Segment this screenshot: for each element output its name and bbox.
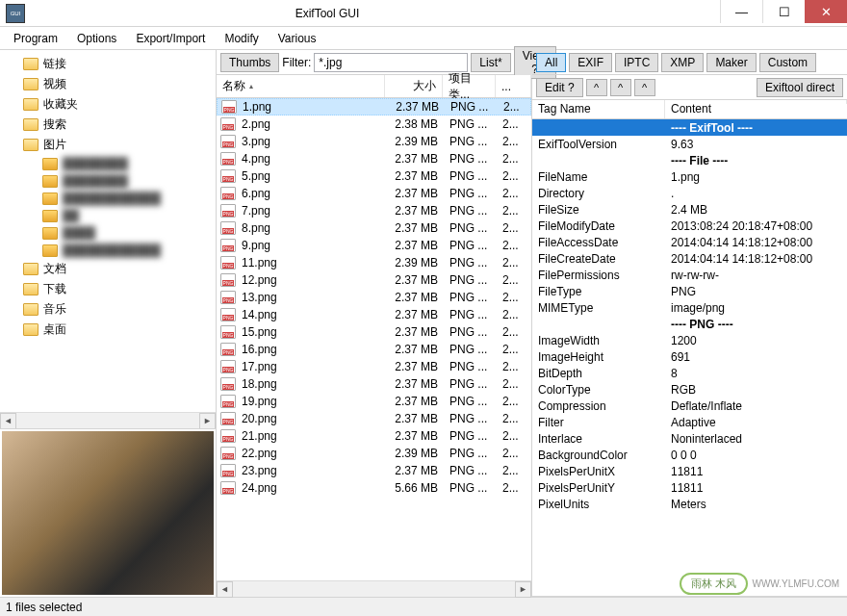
col-header-content[interactable]: Content <box>665 100 847 104</box>
metadata-row[interactable]: FileAccessDate 2014:04:14 14:18:12+08:00 <box>532 234 847 250</box>
file-row[interactable]: 16.png 2.37 MB PNG ... 2... <box>217 341 531 358</box>
list-button[interactable]: List* <box>471 53 510 72</box>
menu-program[interactable]: Program <box>4 29 67 48</box>
metadata-row[interactable]: ---- ExifTool ---- <box>532 119 847 136</box>
col-header-date[interactable]: ... <box>496 75 531 97</box>
tree-node[interactable]: ████████ <box>0 172 216 190</box>
minimize-button[interactable]: — <box>720 0 762 23</box>
file-row[interactable]: 8.png 2.37 MB PNG ... 2... <box>217 219 531 237</box>
tree-node[interactable]: 桌面 <box>0 320 216 340</box>
metadata-row[interactable]: FileSize 2.4 MB <box>532 201 847 218</box>
scroll-right-icon[interactable]: ► <box>199 413 216 429</box>
maximize-button[interactable]: ☐ <box>762 0 805 23</box>
metadata-row[interactable]: Filter Adaptive <box>532 414 847 430</box>
nav-up3-button[interactable]: ^ <box>634 79 655 96</box>
folder-tree[interactable]: 链接视频收藏夹搜索图片█████████████████████████████… <box>0 50 216 412</box>
file-row[interactable]: 17.png 2.37 MB PNG ... 2... <box>217 358 531 375</box>
tree-node[interactable]: 图片 <box>0 135 216 155</box>
metadata-row[interactable]: Interlace Noninterlaced <box>532 430 847 447</box>
metadata-list[interactable]: ---- ExifTool ----ExifToolVersion 9.63 -… <box>532 119 847 597</box>
tree-node[interactable]: 文档 <box>0 259 216 279</box>
nav-up2-button[interactable]: ^ <box>610 79 631 96</box>
menu-options[interactable]: Options <box>67 29 126 48</box>
file-row[interactable]: 21.png 2.37 MB PNG ... 2... <box>217 427 531 445</box>
file-row[interactable]: 11.png 2.39 MB PNG ... 2... <box>217 254 531 271</box>
metadata-row[interactable]: FileType PNG <box>532 283 847 299</box>
file-row[interactable]: 14.png 2.37 MB PNG ... 2... <box>217 306 531 323</box>
metadata-row[interactable]: BackgroundColor 0 0 0 <box>532 447 847 463</box>
metadata-row[interactable]: PixelsPerUnitX 11811 <box>532 463 847 479</box>
file-list[interactable]: 1.png 2.37 MB PNG ... 2... 2.png 2.38 MB… <box>217 98 531 580</box>
scroll-right-icon[interactable]: ► <box>515 581 531 598</box>
col-header-type[interactable]: 项目类... <box>443 75 496 97</box>
file-row[interactable]: 3.png 2.39 MB PNG ... 2... <box>217 133 531 150</box>
meta-tab-maker[interactable]: Maker <box>706 53 756 72</box>
metadata-row[interactable]: MIMEType image/png <box>532 299 847 316</box>
nav-up-button[interactable]: ^ <box>586 79 607 96</box>
file-row[interactable]: 23.png 2.37 MB PNG ... 2... <box>217 462 531 479</box>
metadata-row[interactable]: ImageHeight 691 <box>532 348 847 365</box>
metadata-row[interactable]: ---- File ---- <box>532 152 847 168</box>
file-row[interactable]: 1.png 2.37 MB PNG ... 2... <box>217 98 531 116</box>
menu-modify[interactable]: Modify <box>215 29 268 48</box>
file-row[interactable]: 20.png 2.37 MB PNG ... 2... <box>217 410 531 427</box>
menu-export-import[interactable]: Export/Import <box>126 29 215 48</box>
metadata-row[interactable]: Compression Deflate/Inflate <box>532 398 847 414</box>
tree-hscroll[interactable]: ◄ ► <box>0 412 216 428</box>
metadata-row[interactable]: ImageWidth 1200 <box>532 332 847 348</box>
tree-node[interactable]: 收藏夹 <box>0 94 216 115</box>
metadata-row[interactable]: FileCreateDate 2014:04:14 14:18:12+08:00 <box>532 250 847 267</box>
col-header-name[interactable]: 名称▴ <box>217 75 385 97</box>
metadata-row[interactable]: FileName 1.png <box>532 168 847 185</box>
metadata-row[interactable]: ColorType RGB <box>532 381 847 398</box>
folder-icon <box>23 263 38 275</box>
file-row[interactable]: 13.png 2.37 MB PNG ... 2... <box>217 289 531 306</box>
file-row[interactable]: 5.png 2.37 MB PNG ... 2... <box>217 167 531 185</box>
tree-node[interactable]: 音乐 <box>0 299 216 320</box>
metadata-row[interactable]: FileModifyDate 2013:08:24 20:18:47+08:00 <box>532 218 847 234</box>
menu-various[interactable]: Various <box>269 29 326 48</box>
tree-node[interactable]: ████████████ <box>0 242 216 259</box>
col-header-tagname[interactable]: Tag Name <box>532 100 665 118</box>
file-row[interactable]: 15.png 2.37 MB PNG ... 2... <box>217 323 531 341</box>
tree-node[interactable]: ████ <box>0 224 216 242</box>
metadata-row[interactable]: BitDepth 8 <box>532 365 847 381</box>
tree-node[interactable]: ██ <box>0 207 216 224</box>
metadata-row[interactable]: Directory . <box>532 185 847 201</box>
filter-input[interactable] <box>314 53 468 72</box>
edit-button[interactable]: Edit ? <box>536 78 583 97</box>
file-row[interactable]: 18.png 2.37 MB PNG ... 2... <box>217 375 531 393</box>
metadata-row[interactable]: ExifToolVersion 9.63 <box>532 136 847 152</box>
file-row[interactable]: 24.png 5.66 MB PNG ... 2... <box>217 479 531 497</box>
tree-node[interactable]: 视频 <box>0 74 216 94</box>
meta-tab-custom[interactable]: Custom <box>759 53 816 72</box>
file-hscroll[interactable]: ◄ ► <box>217 580 531 597</box>
scroll-left-icon[interactable]: ◄ <box>217 581 233 598</box>
exiftool-direct-button[interactable]: Exiftool direct <box>757 78 843 97</box>
file-row[interactable]: 6.png 2.37 MB PNG ... 2... <box>217 185 531 202</box>
meta-tab-xmp[interactable]: XMP <box>661 53 704 72</box>
metadata-row[interactable]: PixelUnits Meters <box>532 496 847 512</box>
tree-node[interactable]: ████████ <box>0 155 216 172</box>
metadata-row[interactable]: PixelsPerUnitY 11811 <box>532 479 847 496</box>
metadata-row[interactable]: ---- PNG ---- <box>532 316 847 332</box>
meta-tab-iptc[interactable]: IPTC <box>615 53 658 72</box>
tree-node[interactable]: 链接 <box>0 54 216 74</box>
scroll-left-icon[interactable]: ◄ <box>0 413 16 429</box>
file-row[interactable]: 2.png 2.38 MB PNG ... 2... <box>217 116 531 133</box>
col-header-size[interactable]: 大小 <box>385 75 443 97</box>
tree-node[interactable]: 下载 <box>0 279 216 299</box>
file-row[interactable]: 4.png 2.37 MB PNG ... 2... <box>217 150 531 167</box>
file-row[interactable]: 12.png 2.37 MB PNG ... 2... <box>217 271 531 289</box>
tree-node[interactable]: 搜索 <box>0 115 216 135</box>
meta-tab-exif[interactable]: EXIF <box>569 53 612 72</box>
close-button[interactable]: ✕ <box>805 0 847 23</box>
thumbs-button[interactable]: Thumbs <box>220 53 279 72</box>
metadata-row[interactable]: FilePermissions rw-rw-rw- <box>532 267 847 283</box>
meta-tab-all[interactable]: All <box>536 53 566 72</box>
file-row[interactable]: 7.png 2.37 MB PNG ... 2... <box>217 202 531 219</box>
file-row[interactable]: 19.png 2.37 MB PNG ... 2... <box>217 393 531 410</box>
tree-node[interactable]: ████████████ <box>0 190 216 207</box>
file-row[interactable]: 9.png 2.37 MB PNG ... 2... <box>217 237 531 254</box>
file-row[interactable]: 22.png 2.39 MB PNG ... 2... <box>217 445 531 462</box>
